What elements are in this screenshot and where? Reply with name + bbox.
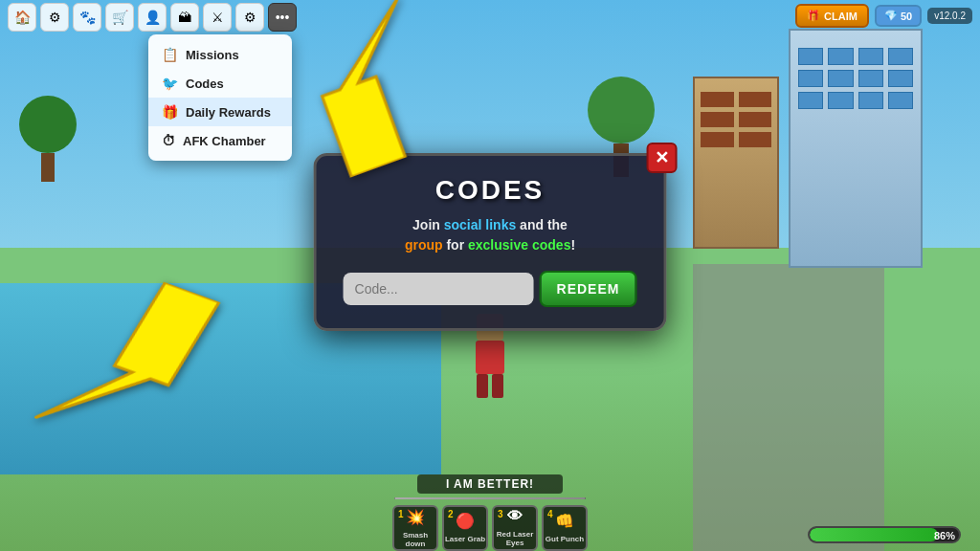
missions-label: Missions [186, 48, 239, 62]
skill-1-icon: 💥 [406, 508, 425, 526]
close-button[interactable]: ✕ [646, 143, 677, 173]
daily-rewards-icon: 🎁 [162, 104, 178, 120]
health-bar-fill [394, 497, 586, 499]
skill-1-name: Smash down [394, 532, 436, 549]
skill-1[interactable]: 1 💥 Smash down [392, 505, 438, 551]
skill-2-icon: 🔴 [456, 512, 475, 530]
subtitle-part3: for [443, 237, 468, 253]
redeem-label: REDEEM [557, 281, 620, 297]
dropdown-menu: 📋 Missions 🐦 Codes 🎁 Daily Rewards ⏱ AFK… [148, 34, 292, 161]
icon-btn-3[interactable]: 🐾 [73, 3, 101, 32]
gem-icon: 💎 [884, 10, 898, 22]
skill-4[interactable]: 4 👊 Gut Punch [542, 505, 588, 551]
icon-btn-more[interactable]: ••• [268, 3, 297, 32]
claim-button[interactable]: 🎁 CLAIM [795, 4, 869, 28]
menu-item-missions[interactable]: 📋 Missions [148, 40, 292, 69]
icon-btn-7[interactable]: ⚔ [203, 3, 232, 32]
group-text: group [405, 237, 443, 253]
subtitle-part1: Join [412, 217, 444, 232]
claim-label: CLAIM [824, 11, 858, 22]
redeem-button[interactable]: REDEEM [540, 271, 637, 307]
afk-label: AFK Chamber [183, 134, 266, 148]
top-bar: 🏠 ⚙ 🐾 🛒 👤 🏔 ⚔ ⚙ ••• 🎁 CLAIM 💎 50 v12.0.2 [0, 0, 980, 34]
icon-btn-6[interactable]: 🏔 [170, 3, 199, 32]
building-2 [693, 77, 779, 249]
tree-left [19, 96, 77, 182]
skill-2-name: Laser Grab [445, 536, 485, 544]
codes-label: Codes [186, 77, 224, 91]
gem-badge: 💎 50 [875, 5, 922, 27]
player-name: I AM BETTER! [417, 474, 563, 494]
dialog-subtitle: Join social links and the group for excl… [344, 215, 637, 255]
icon-btn-2[interactable]: ⚙ [40, 3, 69, 32]
bottom-hud: I AM BETTER! 1 💥 Smash down 2 🔴 Laser Gr… [0, 474, 980, 551]
skill-3-icon: 👁 [507, 508, 523, 525]
social-links-text: social links [444, 217, 516, 232]
codes-dialog: ✕ CODES Join social links and the group … [314, 153, 667, 331]
dialog-title: CODES [344, 175, 637, 206]
exclusive-text: exclusive codes [468, 237, 570, 253]
skill-4-icon: 👊 [555, 512, 574, 530]
afk-icon: ⏱ [162, 133, 175, 148]
menu-item-daily-rewards[interactable]: 🎁 Daily Rewards [148, 98, 292, 126]
subtitle-part4: ! [570, 237, 575, 253]
missions-icon: 📋 [162, 47, 178, 62]
icon-btn-4[interactable]: 🛒 [105, 3, 134, 32]
skill-1-number: 1 [398, 509, 404, 519]
skill-3-number: 3 [498, 509, 503, 519]
version-text: v12.0.2 [934, 11, 966, 21]
skill-2-number: 2 [448, 509, 454, 519]
codes-icon: 🐦 [162, 76, 178, 91]
skill-4-name: Gut Punch [546, 536, 584, 544]
code-input[interactable] [344, 273, 534, 305]
skill-3[interactable]: 3 👁 Red Laser Eyes [492, 505, 538, 551]
close-icon: ✕ [655, 147, 669, 168]
gift-icon: 🎁 [807, 10, 820, 22]
icon-btn-1[interactable]: 🏠 [8, 3, 36, 32]
menu-item-codes[interactable]: 🐦 Codes [148, 69, 292, 98]
building-1 [789, 29, 923, 268]
icon-btn-5[interactable]: 👤 [138, 3, 167, 32]
skill-4-number: 4 [547, 509, 553, 519]
code-input-row: REDEEM [344, 271, 637, 307]
menu-item-afk-chamber[interactable]: ⏱ AFK Chamber [148, 126, 292, 155]
skill-2[interactable]: 2 🔴 Laser Grab [442, 505, 488, 551]
daily-rewards-label: Daily Rewards [186, 105, 271, 120]
subtitle-part2: and the [516, 217, 568, 232]
version-badge: v12.0.2 [927, 8, 972, 24]
skill-3-name: Red Laser Eyes [494, 531, 536, 548]
icon-btn-settings[interactable]: ⚙ [235, 3, 264, 32]
gem-count: 50 [901, 11, 912, 22]
top-right-area: 🎁 CLAIM 💎 50 v12.0.2 [795, 4, 972, 28]
health-bar [394, 497, 586, 499]
skills-row: 1 💥 Smash down 2 🔴 Laser Grab 3 👁 Red La… [392, 505, 588, 551]
